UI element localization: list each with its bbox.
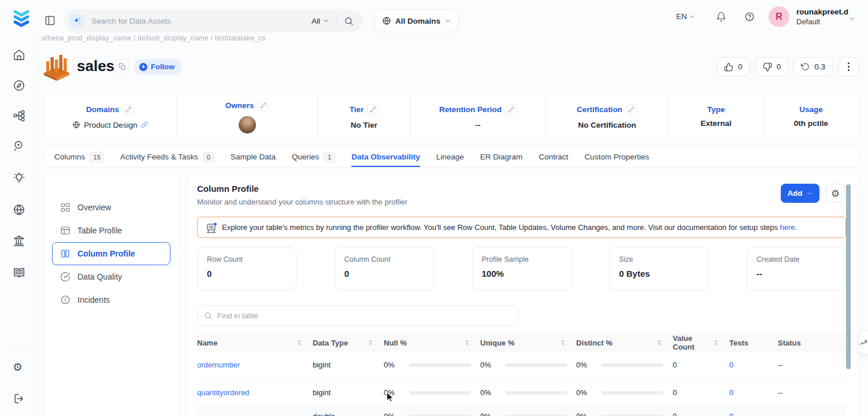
domains-globe-icon[interactable] xyxy=(13,203,25,216)
ai-sparkle-icon[interactable] xyxy=(69,13,84,28)
sidebar-item-overview[interactable]: Overview xyxy=(52,196,170,219)
sidebar-item-incidents[interactable]: Incidents xyxy=(52,288,170,311)
sidebar-item-column-profile[interactable]: Column Profile xyxy=(52,242,170,265)
header-name[interactable]: Name xyxy=(197,339,313,347)
sort-icon[interactable] xyxy=(658,340,661,346)
version-history-icon xyxy=(801,62,810,71)
notifications-bell-icon[interactable] xyxy=(716,12,726,22)
tab-label: Custom Properties xyxy=(584,153,649,161)
distinct-pct-cell: 0% xyxy=(576,412,673,416)
alert-circle-icon xyxy=(60,295,71,305)
tab-custom-properties[interactable]: Custom Properties xyxy=(584,148,649,167)
sort-icon[interactable] xyxy=(561,340,565,346)
tab-columns[interactable]: Columns15 xyxy=(54,148,104,167)
global-search: All xyxy=(65,9,363,32)
columns-icon xyxy=(60,248,71,259)
glossary-book-icon[interactable] xyxy=(13,266,25,279)
upvote-button[interactable]: 0 xyxy=(717,57,750,76)
edit-pencil-icon[interactable] xyxy=(257,99,269,111)
unique-pct-cell: 0% xyxy=(480,361,576,369)
scrollbar-thumb[interactable] xyxy=(846,184,851,369)
find-in-table xyxy=(197,305,518,326)
observability-search-icon[interactable] xyxy=(13,139,25,152)
follow-label: Follow xyxy=(151,62,175,71)
language-select[interactable]: EN xyxy=(676,12,696,21)
status-cell: -- xyxy=(778,388,846,397)
header-value-count[interactable]: Value Count xyxy=(673,334,729,351)
tab-label: Columns xyxy=(54,153,85,161)
data-type-cell: bigint xyxy=(313,388,384,397)
edit-pencil-icon[interactable] xyxy=(505,104,517,116)
user-avatar[interactable]: R xyxy=(769,6,789,27)
sort-icon[interactable] xyxy=(298,340,301,346)
header-data-type[interactable]: Data Type xyxy=(313,339,384,347)
edit-pencil-icon[interactable] xyxy=(626,104,637,116)
table-header-row: Name Data Type Null % Unique % Distinct … xyxy=(197,333,846,351)
collapsed-panel-handle[interactable] xyxy=(858,331,868,354)
entity-title: sales xyxy=(77,57,114,75)
owner-avatar[interactable] xyxy=(239,116,256,133)
tests-link[interactable]: 0 xyxy=(729,388,778,397)
tests-link[interactable]: 0 xyxy=(729,361,778,369)
sort-icon[interactable] xyxy=(465,340,469,346)
edit-pencil-icon[interactable] xyxy=(123,104,134,116)
tab-contract[interactable]: Contract xyxy=(539,148,568,167)
version-button[interactable]: 0.3 xyxy=(793,57,833,76)
search-scope-select[interactable]: All xyxy=(311,17,336,25)
stat-label: Size xyxy=(619,255,699,263)
profiler-settings-gear-icon[interactable]: ⚙ xyxy=(826,184,845,203)
header-distinct-pct[interactable]: Distinct % xyxy=(576,339,673,347)
find-in-table-input[interactable] xyxy=(217,311,511,320)
tab-count-badge: 15 xyxy=(90,152,104,162)
sidebar-item-table-profile[interactable]: Table Profile xyxy=(52,219,170,242)
logout-icon[interactable] xyxy=(13,392,25,405)
all-domains-filter[interactable]: All Domains xyxy=(374,9,459,32)
sort-icon[interactable] xyxy=(714,340,718,346)
edit-pencil-icon[interactable] xyxy=(367,104,379,116)
column-name-link[interactable]: ordernumber xyxy=(197,361,313,369)
athena-table-icon xyxy=(42,52,72,81)
tab-queries[interactable]: Queries1 xyxy=(292,148,335,167)
breadcrumb[interactable]: athena_prod_display_name / default_displ… xyxy=(42,34,266,42)
explore-compass-icon[interactable] xyxy=(13,79,25,92)
user-menu[interactable]: rounakpreet.d Default xyxy=(796,7,848,27)
insights-bulb-icon[interactable] xyxy=(13,172,25,184)
tab-data-observability[interactable]: Data Observability xyxy=(351,148,420,167)
search-icon[interactable] xyxy=(344,16,354,26)
settings-gear-icon[interactable]: ⚙ xyxy=(13,361,23,373)
home-icon[interactable] xyxy=(13,49,25,61)
app-logo-icon[interactable] xyxy=(11,9,32,29)
type-value: External xyxy=(700,119,731,128)
domain-value[interactable]: Product Design xyxy=(84,121,137,129)
unique-pct-cell: 0% xyxy=(480,412,576,416)
header-null-pct[interactable]: Null % xyxy=(384,339,480,347)
copy-icon[interactable] xyxy=(115,60,129,74)
stat-row-count: Row Count 0 xyxy=(197,247,296,291)
tab-lineage[interactable]: Lineage xyxy=(436,148,464,167)
link-icon[interactable] xyxy=(141,121,148,128)
value-count-cell: 0 xyxy=(673,412,729,416)
downvote-button[interactable]: 0 xyxy=(755,57,789,76)
entity-metadata-band: Domains Product Design Owners Tier No Ti… xyxy=(43,94,859,139)
help-icon[interactable] xyxy=(744,12,755,22)
sidebar-item-data-quality[interactable]: Data Quality xyxy=(52,265,170,288)
column-name-link[interactable]: quantityordered xyxy=(197,388,313,397)
sort-icon[interactable] xyxy=(369,340,372,346)
header-unique-pct[interactable]: Unique % xyxy=(480,339,576,347)
governance-bank-icon[interactable] xyxy=(13,235,25,247)
banner-docs-link[interactable]: here. xyxy=(780,223,797,232)
thumbs-down-icon xyxy=(763,62,772,72)
tab-er-diagram[interactable]: ER Diagram xyxy=(480,148,523,167)
search-scope-value: All xyxy=(311,17,320,25)
follow-button[interactable]: + Follow xyxy=(134,59,182,75)
lineage-flow-icon[interactable] xyxy=(13,109,25,122)
search-input[interactable] xyxy=(91,17,311,25)
more-actions-kebab-icon[interactable] xyxy=(838,57,859,76)
add-label: Add xyxy=(787,189,802,198)
add-button[interactable]: Add xyxy=(781,184,819,203)
sidebar-toggle-icon[interactable] xyxy=(44,15,55,26)
tests-link[interactable]: 0 xyxy=(729,412,778,416)
user-menu-chevron-icon[interactable] xyxy=(848,15,856,23)
tab-sample-data[interactable]: Sample Data xyxy=(231,148,276,167)
tab-activity-feeds[interactable]: Activity Feeds & Tasks0 xyxy=(120,148,214,167)
